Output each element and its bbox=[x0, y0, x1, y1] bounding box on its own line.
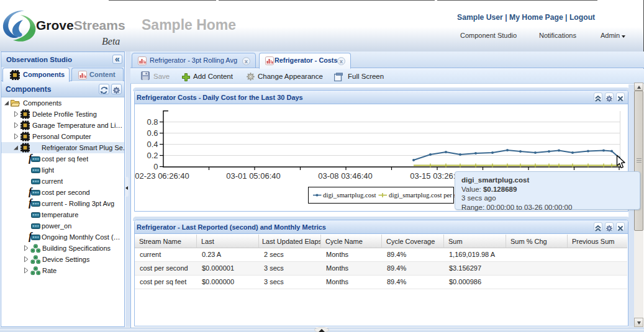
svg-text:0.6: 0.6 bbox=[147, 128, 158, 138]
svg-text:03-01 05:06:40: 03-01 05:06:40 bbox=[226, 171, 280, 181]
svg-text:02-23 06:26:40: 02-23 06:26:40 bbox=[135, 171, 189, 181]
svg-text:03-08 03:46:40: 03-08 03:46:40 bbox=[318, 171, 372, 181]
svg-text:digi_smartplug.cost: digi_smartplug.cost bbox=[323, 191, 376, 199]
svg-text:0.8: 0.8 bbox=[147, 117, 158, 127]
svg-text:digi_smartplug.cost per s…: digi_smartplug.cost per s… bbox=[389, 191, 463, 199]
svg-text:0.2: 0.2 bbox=[147, 151, 158, 160]
svg-text:0: 0 bbox=[153, 162, 158, 171]
svg-text:0.4: 0.4 bbox=[147, 140, 158, 149]
